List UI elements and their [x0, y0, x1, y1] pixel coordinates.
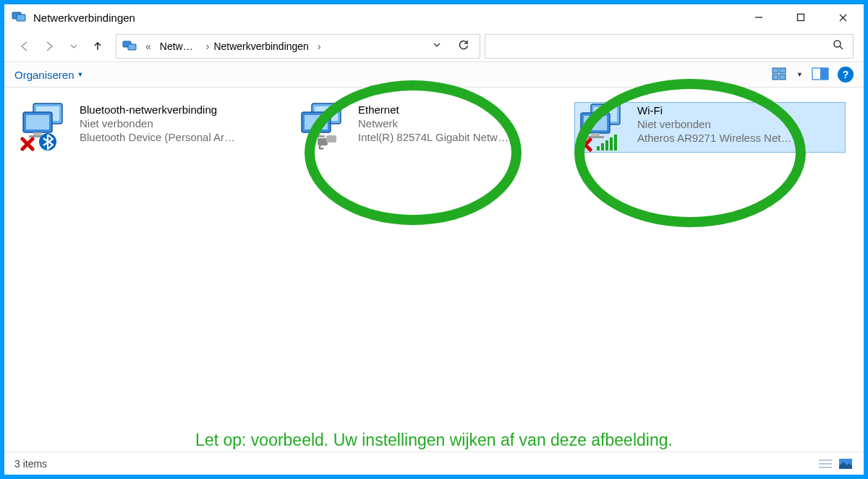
- maximize-button[interactable]: [780, 4, 822, 30]
- large-icons-view-button[interactable]: [838, 457, 854, 470]
- search-box[interactable]: [485, 34, 854, 59]
- search-icon: [833, 39, 844, 54]
- svg-rect-10: [773, 68, 778, 73]
- breadcrumb-item[interactable]: Netwerkverbindingen: [200, 41, 310, 52]
- breadcrumb-item[interactable]: Netw…: [158, 41, 195, 52]
- organize-label: Organiseren: [14, 69, 75, 81]
- item-count: 3 items: [14, 458, 47, 470]
- svg-rect-7: [128, 44, 136, 50]
- details-view-button[interactable]: [817, 457, 833, 470]
- connection-status: Niet verbonden: [80, 117, 286, 130]
- wifi-icon: [595, 133, 617, 152]
- help-button[interactable]: ?: [838, 67, 854, 82]
- back-button[interactable]: [14, 36, 35, 56]
- connection-name: Ethernet: [358, 103, 564, 116]
- connection-status: Niet verbonden: [637, 118, 842, 130]
- bluetooth-icon: [38, 132, 59, 151]
- annotation-circle-wifi: [574, 79, 806, 227]
- window-title: Netwerkverbindingen: [33, 12, 738, 24]
- annotation-text: Let op: voorbeeld. Uw instellingen wijke…: [4, 431, 864, 450]
- address-bar[interactable]: « Netw… Netwerkverbindingen ›: [116, 34, 480, 59]
- network-adapter-icon: [578, 104, 636, 151]
- svg-rect-12: [773, 75, 778, 80]
- connection-name: Bluetooth-netwerkverbinding: [80, 103, 286, 116]
- up-button[interactable]: [88, 37, 107, 56]
- ethernet-icon: [316, 132, 338, 151]
- preview-pane-button[interactable]: [812, 67, 829, 82]
- disconnected-x-icon: [20, 137, 35, 151]
- view-dropdown-icon[interactable]: ▼: [796, 71, 803, 78]
- svg-rect-15: [820, 68, 828, 80]
- forward-button[interactable]: [39, 36, 59, 56]
- connection-device: Atheros AR9271 Wireless Net…: [637, 132, 842, 144]
- dropdown-icon: ▼: [77, 71, 84, 78]
- svg-rect-1: [17, 14, 25, 21]
- minimize-button[interactable]: [738, 4, 780, 30]
- connection-device: Bluetooth Device (Personal Ar…: [80, 131, 286, 143]
- connection-item[interactable]: Wi-FiNiet verbondenAtheros AR9271 Wirele…: [574, 102, 846, 153]
- connection-device: Intel(R) 82574L Gigabit Netw…: [358, 131, 564, 143]
- refresh-button[interactable]: [458, 39, 469, 54]
- svg-line-9: [840, 46, 843, 49]
- main-content: Bluetooth-netwerkverbindingNiet verbonde…: [4, 88, 864, 452]
- connection-status: Netwerk: [358, 117, 564, 130]
- disconnected-x-icon: [578, 137, 592, 152]
- address-dropdown-button[interactable]: [432, 40, 442, 53]
- connection-item[interactable]: Bluetooth-netwerkverbindingNiet verbonde…: [17, 102, 289, 153]
- close-button[interactable]: [822, 4, 864, 30]
- svg-rect-11: [780, 68, 786, 73]
- svg-rect-3: [798, 14, 804, 21]
- svg-rect-13: [780, 75, 786, 80]
- view-options-button[interactable]: [772, 67, 788, 82]
- breadcrumb-prefix: «: [144, 41, 153, 52]
- network-adapter-icon: [20, 103, 78, 150]
- svg-point-8: [834, 41, 841, 47]
- app-icon: [12, 11, 27, 24]
- location-icon: [122, 39, 138, 54]
- recent-locations-button[interactable]: [64, 36, 84, 56]
- organize-menu[interactable]: Organiseren ▼: [14, 69, 83, 81]
- connection-name: Wi-Fi: [637, 104, 842, 116]
- network-adapter-icon: [299, 103, 357, 150]
- breadcrumb-sep: ›: [316, 41, 323, 52]
- connection-item[interactable]: EthernetNetwerkIntel(R) 82574L Gigabit N…: [296, 102, 567, 153]
